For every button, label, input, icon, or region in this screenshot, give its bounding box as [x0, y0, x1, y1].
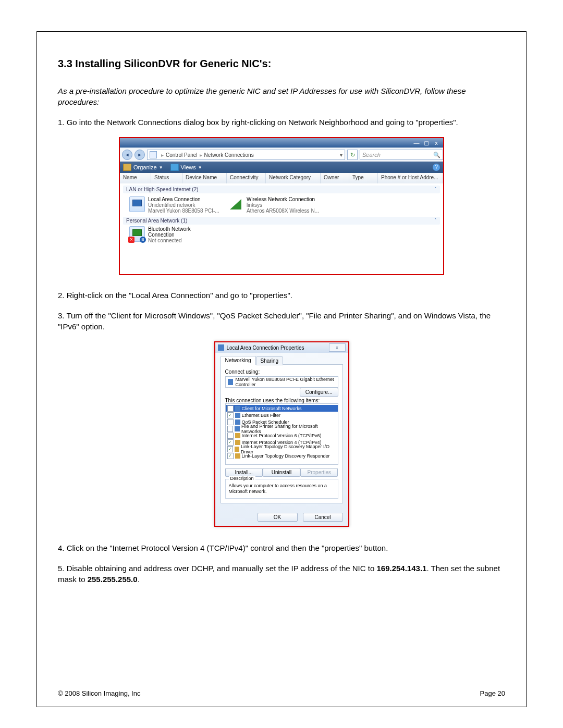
dialog-icon — [218, 344, 224, 351]
connection-lan[interactable]: Local Area Connection Unidentified netwo… — [129, 196, 221, 214]
step-5: 5. Disable obtaining and address over DC… — [58, 563, 505, 585]
connection-item[interactable]: File and Printer Sharing for Microsoft N… — [226, 425, 338, 432]
search-input[interactable]: Search 🔍 — [360, 150, 443, 160]
items-label: This connection uses the following items… — [225, 398, 338, 403]
group-lan[interactable]: LAN or High-Speed Internet (2)˄ — [123, 186, 440, 193]
col-owner[interactable]: Owner — [321, 173, 349, 183]
connection-items-list[interactable]: Client for Microsoft Networks✓Ethernet B… — [225, 403, 338, 465]
checkbox[interactable]: ✓ — [227, 446, 233, 452]
copyright: © 2008 Silicon Imaging, Inc — [58, 689, 140, 697]
connection-item[interactable]: ✓Ethernet Bus Filter — [226, 412, 338, 418]
dialog-titlebar: Local Area Connection Properties х — [215, 342, 348, 353]
connection-item[interactable]: ✓Link-Layer Topology Discovery Mapper I/… — [226, 446, 338, 452]
checkbox[interactable]: ✓ — [227, 412, 234, 418]
close-icon[interactable]: x — [432, 138, 440, 147]
section-heading: 3.3 Installing SiliconDVR for Generic NI… — [58, 58, 505, 70]
lan-icon — [129, 196, 145, 212]
window-titlebar: — ▢ x — [120, 138, 443, 147]
col-type[interactable]: Type — [349, 173, 378, 183]
connections-list: LAN or High-Speed Internet (2)˄ Local Ar… — [120, 183, 443, 274]
crumb-control-panel[interactable]: Control Panel — [166, 152, 198, 158]
group-pan[interactable]: Personal Area Network (1)˄ — [123, 217, 440, 225]
chevron-up-icon: ˄ — [434, 187, 437, 192]
organize-icon — [123, 164, 131, 171]
tab-networking[interactable]: Networking — [221, 356, 256, 365]
bluetooth-badge-icon: B — [140, 237, 146, 243]
minimize-icon[interactable]: — — [412, 138, 421, 147]
item-icon — [235, 413, 240, 418]
close-icon[interactable]: х — [329, 343, 346, 352]
views-menu[interactable]: Views▼ — [170, 164, 202, 171]
description-legend: Description — [229, 476, 255, 481]
search-icon: 🔍 — [433, 152, 440, 158]
item-label: Link-Layer Topology Discovery Mapper I/O… — [241, 444, 336, 454]
checkbox[interactable] — [227, 419, 234, 425]
step-3: 3. Turn off the "Client for Microsoft Wi… — [58, 310, 505, 332]
item-icon — [235, 406, 240, 411]
item-label: File and Printer Sharing for Microsoft N… — [241, 424, 336, 434]
checkbox[interactable]: ✓ — [227, 439, 234, 446]
configure-button[interactable]: Configure... — [300, 388, 338, 397]
ok-button[interactable]: OK — [258, 513, 298, 522]
forward-button[interactable]: ► — [134, 150, 145, 160]
maximize-icon[interactable]: ▢ — [422, 138, 431, 147]
item-label: Client for Microsoft Networks — [242, 406, 302, 411]
item-label: Internet Protocol Version 6 (TCP/IPv6) — [242, 433, 322, 438]
item-label: Link-Layer Topology Discovery Responder — [242, 453, 330, 459]
col-category[interactable]: Network Category — [266, 173, 321, 183]
tab-sharing[interactable]: Sharing — [256, 356, 283, 365]
step-4: 4. Click on the "Internet Protocol Versi… — [58, 542, 505, 553]
crumb-dropdown-icon[interactable]: ▾ — [340, 152, 342, 158]
item-icon — [235, 453, 240, 459]
back-button[interactable]: ◄ — [122, 150, 132, 160]
adapter-icon — [228, 379, 233, 385]
step-2: 2. Right-click on the "Local Area Connec… — [58, 290, 505, 301]
col-phone[interactable]: Phone # or Host Addre... — [378, 173, 443, 183]
connection-item[interactable]: Internet Protocol Version 6 (TCP/IPv6) — [226, 432, 338, 439]
location-icon — [150, 151, 157, 158]
adapter-field: Marvell Yukon 88E8058 PCI-E Gigabit Ethe… — [225, 376, 338, 388]
tab-bar: Networking Sharing — [221, 356, 343, 365]
col-name[interactable]: Name — [120, 173, 151, 183]
connection-wlan[interactable]: Wireless Network Connection linksys Athe… — [229, 196, 319, 214]
checkbox[interactable] — [227, 433, 234, 439]
uninstall-button[interactable]: Uninstall — [263, 468, 300, 477]
description-text: Allows your computer to access resources… — [229, 483, 327, 494]
wifi-icon — [229, 196, 243, 211]
page-number: Page 20 — [480, 689, 505, 697]
cancel-button[interactable]: Cancel — [303, 513, 343, 522]
checkbox[interactable] — [227, 426, 234, 432]
page-footer: © 2008 Silicon Imaging, Inc Page 20 — [58, 689, 505, 697]
breadcrumb[interactable]: ▸ Control Panel ▸ Network Connections ▾ — [147, 150, 345, 160]
help-icon[interactable]: ? — [433, 164, 440, 171]
item-icon — [235, 426, 240, 431]
dialog-title: Local Area Connection Properties — [227, 345, 304, 351]
checkbox[interactable] — [227, 405, 234, 412]
subnet-mask: 255.255.255.0 — [88, 575, 138, 584]
col-device[interactable]: Device Name — [182, 173, 227, 183]
step-1: 1. Go into the Network Connections dialo… — [58, 117, 505, 128]
item-icon — [235, 447, 239, 452]
item-icon — [235, 440, 240, 445]
refresh-button[interactable]: ↻ — [347, 150, 358, 160]
column-headers[interactable]: Name Status Device Name Connectivity Net… — [120, 173, 443, 183]
lan-properties-dialog: Local Area Connection Properties х Netwo… — [214, 341, 349, 527]
intro-paragraph: As a pre-installation procedure to optim… — [58, 85, 505, 107]
views-icon — [170, 164, 179, 171]
properties-button[interactable]: Properties — [300, 468, 338, 477]
item-icon — [235, 419, 240, 425]
item-icon — [235, 433, 240, 438]
connection-item[interactable]: Client for Microsoft Networks — [226, 405, 338, 412]
checkbox[interactable]: ✓ — [227, 453, 234, 459]
item-label: Ethernet Bus Filter — [242, 413, 281, 418]
crumb-network-connections[interactable]: Network Connections — [204, 152, 254, 158]
organize-menu[interactable]: Organize▼ — [123, 164, 163, 171]
connection-item[interactable]: ✓Link-Layer Topology Discovery Responder — [226, 452, 338, 459]
col-connectivity[interactable]: Connectivity — [227, 173, 266, 183]
address-bar: ◄ ► ▸ Control Panel ▸ Network Connection… — [120, 147, 443, 162]
description-group: Description Allows your computer to acce… — [225, 479, 338, 499]
col-status[interactable]: Status — [151, 173, 182, 183]
connection-bluetooth[interactable]: × B Bluetooth Network Connection Not con… — [129, 226, 438, 243]
toolbar: Organize▼ Views▼ ? — [120, 162, 443, 173]
network-connections-window: — ▢ x ◄ ► ▸ Control Panel ▸ Network Conn… — [119, 137, 444, 275]
